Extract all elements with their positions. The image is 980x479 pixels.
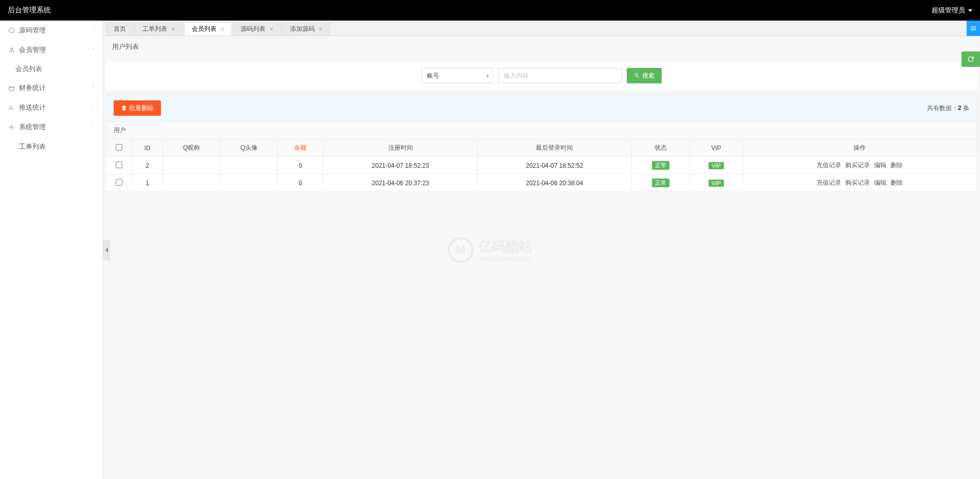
user-menu[interactable]: 超级管理员 bbox=[932, 6, 972, 15]
svg-rect-1 bbox=[9, 86, 14, 91]
watermark-logo: M bbox=[448, 237, 474, 263]
tab-tools bbox=[967, 21, 980, 36]
bulk-delete-label: 批量删除 bbox=[129, 104, 154, 113]
page-title: 用户列表 bbox=[103, 36, 980, 58]
chevron-down-icon: ˅ bbox=[92, 125, 95, 130]
sidebar-item[interactable]: 源码管理 ˅ bbox=[0, 21, 102, 40]
tab[interactable]: 工单列表× bbox=[135, 22, 183, 36]
vip-badge: VIP bbox=[709, 162, 724, 169]
tab[interactable]: 添加源码× bbox=[282, 22, 331, 36]
search-label: 搜索 bbox=[642, 72, 655, 80]
cell-id: 1 bbox=[132, 174, 163, 192]
sidebar-item[interactable]: 系统管理 ˅ bbox=[0, 117, 102, 137]
tab-label: 工单列表 bbox=[142, 25, 167, 33]
table-header-cell: 操作 bbox=[742, 139, 976, 157]
cell-avatar bbox=[220, 157, 278, 174]
filter-field-select[interactable]: ▾ bbox=[421, 68, 493, 83]
tab[interactable]: 源码列表× bbox=[233, 22, 281, 36]
chevron-down-icon: ˅ bbox=[92, 105, 95, 111]
close-icon[interactable]: × bbox=[319, 26, 323, 32]
table-header-cell: 余额 bbox=[278, 139, 323, 157]
cell-regtime: 2021-04-06 20:37:23 bbox=[323, 174, 478, 192]
chevron-down-icon bbox=[968, 9, 972, 12]
row-action-link[interactable]: 删除 bbox=[891, 162, 903, 169]
row-action-link[interactable]: 编辑 bbox=[874, 179, 886, 186]
data-count: 共有数据：2 条 bbox=[927, 104, 969, 113]
sidebar-item-label: 推送统计 bbox=[19, 103, 92, 112]
gear-icon bbox=[8, 123, 15, 131]
sidebar-subitem[interactable]: 会员列表 bbox=[0, 60, 102, 78]
filter-bar: ▾ 搜索 bbox=[106, 61, 977, 91]
row-action-link[interactable]: 删除 bbox=[891, 179, 903, 186]
row-checkbox[interactable] bbox=[116, 162, 122, 168]
table-header-cell: Q头像 bbox=[220, 139, 278, 157]
filter-text-input[interactable] bbox=[498, 68, 622, 83]
sidebar-item-label: 系统管理 bbox=[19, 122, 92, 132]
blank-icon bbox=[8, 143, 15, 150]
tab-label: 源码列表 bbox=[241, 25, 265, 33]
cell-vip: VIP bbox=[689, 157, 742, 174]
chevron-down-icon: ˅ bbox=[92, 85, 95, 91]
sidebar: 源码管理 ˅ 会员管理 ˄会员列表 财务统计 ˅ 推送统计 ˅ 系统管理 ˅ 工… bbox=[0, 21, 103, 479]
table-header-cell bbox=[106, 139, 132, 157]
sidebar-collapse-handle[interactable] bbox=[103, 240, 110, 260]
tab-refresh-button[interactable] bbox=[967, 21, 980, 36]
tab[interactable]: 首页 bbox=[106, 22, 134, 36]
close-icon[interactable]: × bbox=[171, 26, 175, 32]
app-header: 后台管理系统 超级管理员 bbox=[0, 0, 980, 21]
svg-point-2 bbox=[10, 126, 12, 128]
row-checkbox[interactable] bbox=[116, 179, 122, 186]
bulk-delete-button[interactable]: 批量删除 bbox=[114, 100, 161, 116]
table-group-header: 用户 bbox=[106, 122, 977, 139]
tab[interactable]: 会员列表× bbox=[184, 22, 232, 36]
row-action-link[interactable]: 编辑 bbox=[874, 162, 886, 169]
cell-status: 正常 bbox=[631, 174, 689, 192]
status-badge: 正常 bbox=[652, 179, 669, 187]
close-icon[interactable]: × bbox=[269, 26, 274, 32]
sidebar-item-label: 财务统计 bbox=[19, 83, 92, 93]
menu-icon bbox=[970, 25, 977, 32]
sidebar-item[interactable]: 会员管理 ˄ bbox=[0, 40, 102, 60]
cell-id: 2 bbox=[132, 157, 163, 174]
filter-select-input[interactable] bbox=[421, 68, 493, 83]
sidebar-item-label: 源码管理 bbox=[19, 26, 92, 35]
cell-lastlogin: 2021-04-07 18:52:52 bbox=[478, 157, 632, 174]
sidebar-item[interactable]: 财务统计 ˅ bbox=[0, 78, 102, 98]
box-icon bbox=[8, 27, 15, 34]
cell-status: 正常 bbox=[631, 157, 689, 174]
refresh-icon bbox=[967, 55, 975, 63]
page-refresh-button[interactable] bbox=[961, 51, 980, 67]
search-button[interactable]: 搜索 bbox=[627, 68, 662, 83]
table-header-cell: 状态 bbox=[631, 139, 689, 157]
cell-vip: VIP bbox=[689, 174, 742, 192]
chart-icon bbox=[8, 104, 15, 111]
chevron-down-icon: ˅ bbox=[92, 28, 95, 33]
cell-actions: 充值记录购买记录编辑删除 bbox=[742, 157, 976, 174]
sidebar-item[interactable]: 推送统计 ˅ bbox=[0, 98, 102, 117]
close-icon[interactable]: × bbox=[221, 26, 225, 32]
wallet-icon bbox=[8, 84, 15, 92]
search-icon bbox=[634, 73, 640, 79]
app-title: 后台管理系统 bbox=[8, 6, 51, 15]
watermark: M 亿码酷站 YMKUZHAN.COM bbox=[448, 237, 532, 263]
vip-badge: VIP bbox=[709, 180, 724, 187]
table-header-cell: VIP bbox=[689, 139, 742, 157]
tab-label: 添加源码 bbox=[290, 25, 315, 33]
row-action-link[interactable]: 购买记录 bbox=[845, 162, 870, 169]
table-header-cell: ID bbox=[132, 139, 163, 157]
cell-regtime: 2021-04-07 18:52:23 bbox=[323, 157, 478, 174]
table-toolbar: 批量删除 共有数据：2 条 bbox=[106, 95, 977, 121]
cell-actions: 充值记录购买记录编辑删除 bbox=[742, 174, 976, 192]
row-action-link[interactable]: 充值记录 bbox=[816, 179, 841, 186]
select-all-checkbox[interactable] bbox=[116, 144, 122, 151]
row-action-link[interactable]: 购买记录 bbox=[845, 179, 870, 186]
cell-avatar bbox=[220, 174, 278, 192]
sidebar-item-label: 会员管理 bbox=[19, 45, 92, 55]
row-action-link[interactable]: 充值记录 bbox=[816, 162, 841, 169]
table-header-cell: 最后登录时间 bbox=[478, 139, 632, 157]
tab-label: 会员列表 bbox=[192, 25, 216, 33]
user-name: 超级管理员 bbox=[932, 6, 965, 15]
cell-balance: 0 bbox=[278, 157, 323, 174]
sidebar-item[interactable]: 工单列表 bbox=[0, 137, 102, 156]
table-header-cell: Q昵称 bbox=[163, 139, 221, 157]
